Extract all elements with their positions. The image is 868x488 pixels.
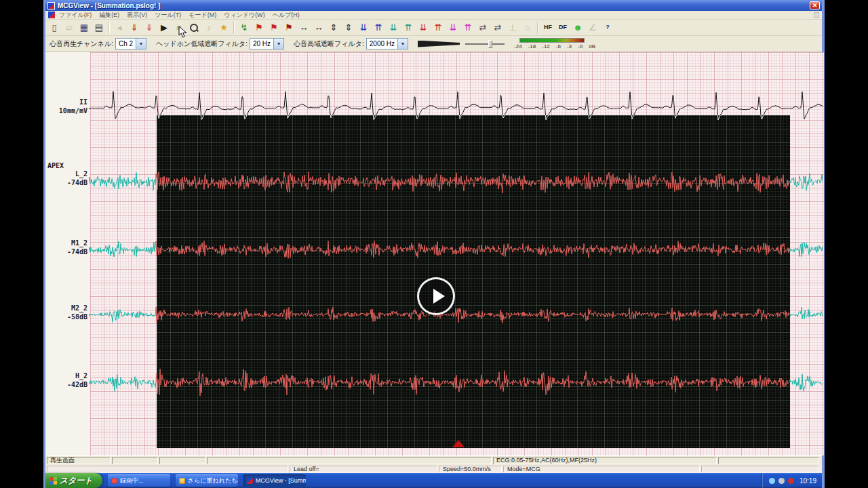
marker-in-icon[interactable]: ⇓	[127, 21, 142, 35]
expand-v-icon[interactable]: ⇕	[326, 21, 341, 35]
menu-bar-items: ファイル(F)編集(E)表示(V)ツール(T)モード(M)ウィンドウ(W)ヘルプ…	[59, 11, 307, 20]
toolbar-glyph: ▯	[52, 23, 56, 32]
scale-up-magenta-icon[interactable]: ⇈	[460, 21, 475, 35]
video-play-button[interactable]	[417, 277, 455, 315]
zoom-tool-icon[interactable]	[186, 21, 201, 35]
toolbar-glyph: ⇊	[420, 23, 427, 32]
volume-wedge-icon	[418, 41, 460, 47]
toolbar-glyph: DF	[559, 23, 567, 32]
scale-down-magenta-icon[interactable]: ⇊	[446, 21, 460, 35]
compress-v-icon[interactable]: ⇕	[341, 21, 356, 35]
status-panel	[112, 457, 158, 464]
toolbar-glyph: ↔	[300, 23, 309, 32]
taskbar-button[interactable]: 録画中...	[108, 474, 170, 487]
db-scale-label: -18	[528, 43, 536, 49]
volume-slider[interactable]	[465, 39, 505, 49]
channel-select[interactable]: Ch 2 ▼	[115, 38, 146, 49]
lowcut-select[interactable]: 20 Hz ▼	[250, 38, 284, 49]
menu-item[interactable]: ツール(T)	[155, 11, 181, 20]
df-filter-button[interactable]: DF	[555, 21, 570, 35]
new-file-icon[interactable]: ▯	[47, 21, 62, 35]
highcut-select[interactable]: 2000 Hz ▼	[366, 38, 408, 49]
video-frame: MCGView - [Summation.pslog! ] ✕ ファイル(F)編…	[0, 0, 868, 488]
taskbar-button[interactable]: MCGView - [Summat...	[243, 474, 306, 487]
position-marker[interactable]	[452, 440, 465, 447]
flag-1-icon[interactable]: ⚑	[252, 21, 267, 35]
prev-icon[interactable]: ◂	[112, 21, 127, 35]
title-bar[interactable]: MCGView - [Summation.pslog! ] ✕	[45, 0, 822, 11]
clock: 10:19	[800, 477, 816, 485]
waveform-svg	[45, 52, 824, 455]
channel-select-label: 心音再生チャンネル:	[50, 39, 113, 49]
slider-handle[interactable]	[488, 40, 492, 48]
compress-h-icon[interactable]: ↔	[311, 21, 326, 35]
system-tray: 10:19	[762, 473, 822, 488]
db-scale-label: -12	[542, 43, 550, 49]
toolbar-glyph: ▱	[66, 23, 73, 32]
scale-up-red-icon[interactable]: ⇈	[431, 21, 446, 35]
taskbar-button[interactable]: さらに重ねれたもの	[176, 474, 238, 487]
toolbar-glyph: ⇓	[131, 23, 138, 32]
hf-filter-button[interactable]: HF	[540, 21, 555, 35]
print-icon[interactable]: ▤	[92, 21, 106, 35]
chevron-down-icon[interactable]: ▼	[136, 39, 146, 49]
scale-down-blue-icon[interactable]: ⇊	[356, 21, 371, 35]
expand-h-icon[interactable]: ↔	[296, 21, 311, 35]
status-panel: Lead off=	[290, 466, 437, 472]
audio-toolbar: 心音再生チャンネル: Ch 2 ▼ ヘッドホン低域遮断フィルタ: 20 Hz ▼…	[45, 36, 822, 52]
app-window: MCGView - [Summation.pslog! ] ✕ ファイル(F)編…	[43, 0, 825, 488]
angle-icon[interactable]: ∠	[585, 21, 600, 35]
mdi-restore-icon[interactable]	[814, 12, 819, 18]
menu-item[interactable]: 表示(V)	[127, 11, 147, 20]
close-button[interactable]: ✕	[810, 1, 820, 9]
scale-up-teal-icon[interactable]: ⇈	[401, 21, 416, 35]
tool-a-icon[interactable]: ⊥	[505, 21, 520, 35]
menu-item[interactable]: ウィンドウ(W)	[224, 11, 265, 20]
device-icon[interactable]	[778, 478, 785, 484]
menu-item[interactable]: 編集(E)	[99, 11, 119, 20]
chevron-down-icon[interactable]: ▼	[397, 39, 408, 49]
menu-item[interactable]: モード(M)	[189, 11, 216, 20]
speaker-icon[interactable]	[769, 478, 775, 484]
save-file-icon[interactable]: ▦	[77, 21, 92, 35]
help-icon[interactable]: ?	[600, 21, 615, 35]
swap-gray-1-icon[interactable]: ⇄	[475, 21, 490, 35]
menu-item[interactable]: ファイル(F)	[59, 11, 92, 20]
toolbar-glyph: ⇊	[390, 23, 397, 32]
flag-2-icon[interactable]: ⚑	[267, 21, 281, 35]
toolbar-glyph: ♪	[207, 23, 212, 32]
sparkle-icon[interactable]: ★	[216, 21, 231, 35]
flag-3-icon[interactable]: ⚑	[281, 21, 296, 35]
toolbar-separator	[537, 22, 538, 34]
toolbar-glyph: ⇈	[375, 23, 382, 32]
highcut-select-label: 心音高域遮断フィルタ:	[294, 39, 364, 49]
speaker-icon[interactable]: ♪	[201, 21, 216, 35]
db-level-meter: -24-18-12-6-3-0dB	[514, 38, 595, 49]
scale-down-red-icon[interactable]: ⇊	[416, 21, 431, 35]
waveform-M1_2-in	[89, 241, 823, 258]
swap-gray-2-icon[interactable]: ⇄	[490, 21, 505, 35]
toolbar-icons: ▯▱▦▤◂⇓⇓▶■♪★↯⚑⚑⚑↔↔⇕⇕⇊⇈⇊⇈⇊⇈⇊⇈⇄⇄⊥⌂HFDF☻∠?	[47, 21, 615, 35]
toolbar-glyph: ☻	[573, 23, 583, 32]
open-file-icon[interactable]: ▱	[62, 21, 77, 35]
scale-down-teal-icon[interactable]: ⇊	[386, 21, 401, 35]
record-dot-icon[interactable]	[788, 478, 794, 484]
play-icon[interactable]: ▶	[157, 21, 172, 35]
waveform-II-out	[89, 92, 823, 120]
run-icon[interactable]: ↯	[237, 21, 252, 35]
menu-item[interactable]: ヘルプ(H)	[273, 11, 300, 20]
person-icon[interactable]: ☻	[570, 21, 585, 35]
toolbar-glyph: ⇈	[435, 23, 442, 32]
app-icon	[47, 2, 55, 9]
marker-out-icon[interactable]: ⇓	[142, 21, 157, 35]
toolbar-glyph: ▤	[95, 23, 103, 32]
lowcut-select-label: ヘッドホン低域遮断フィルタ:	[156, 39, 248, 49]
status-panel: 再生画面	[47, 457, 111, 464]
toolbar-glyph: ?	[606, 23, 610, 32]
scale-up-blue-icon[interactable]: ⇈	[371, 21, 386, 35]
start-button[interactable]: スタート	[45, 473, 102, 488]
toolbar-glyph: ⊥	[509, 23, 516, 32]
tool-b-icon[interactable]: ⌂	[520, 21, 535, 35]
chevron-down-icon[interactable]: ▼	[273, 39, 283, 49]
status-panel	[701, 466, 819, 472]
